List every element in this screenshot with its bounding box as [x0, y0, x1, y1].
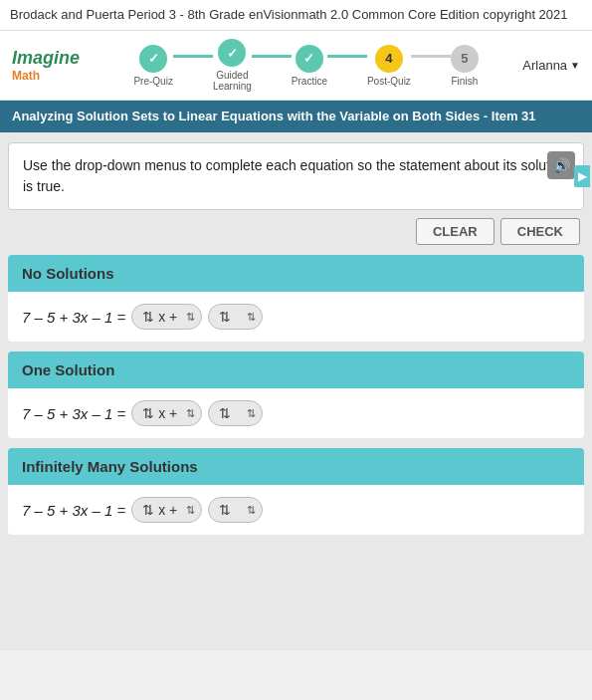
- connector-2-3: [252, 55, 292, 58]
- equation-2: 7 – 5 + 3x – 1 =: [22, 502, 125, 519]
- clear-button[interactable]: CLEAR: [416, 218, 494, 245]
- step-label-2: GuidedLearning: [213, 70, 252, 92]
- step-2: ✓ GuidedLearning: [213, 39, 252, 92]
- section-no-solutions-header: No Solutions: [8, 255, 584, 292]
- top-banner: Brodack and Puerta Period 3 - 8th Grade …: [0, 0, 592, 31]
- section-one-solution-body: 7 – 5 + 3x – 1 = ⇅ x + 1x + 2x + 3x + 4x…: [8, 388, 584, 438]
- section-no-solutions: No Solutions 7 – 5 + 3x – 1 = ⇅ x + 1x +…: [8, 255, 584, 342]
- dropdown2-wrapper-2: ⇅ 1 2 3: [208, 497, 263, 523]
- section-one-solution: One Solution 7 – 5 + 3x – 1 = ⇅ x + 1x +…: [8, 351, 584, 438]
- section-infinitely-many-title: Infinitely Many Solutions: [22, 458, 198, 475]
- dropdown1-2[interactable]: ⇅ x + 1x + 2x + 3x + 4x +: [131, 497, 202, 523]
- scroll-right-indicator: ▶: [574, 165, 590, 187]
- dropdown2-0[interactable]: ⇅ 1 2 3: [208, 304, 263, 330]
- step-1: ✓ Pre-Quiz: [133, 45, 172, 87]
- section-one-solution-header: One Solution: [8, 351, 584, 388]
- dropdown2-1[interactable]: ⇅ 1 2 3: [208, 400, 263, 426]
- progress-steps: ✓ Pre-Quiz ✓ GuidedLearning ✓ Practice: [133, 39, 478, 92]
- step-label-4: Post-Quiz: [367, 76, 411, 87]
- title-bar: Analyzing Solution Sets to Linear Equati…: [0, 101, 592, 132]
- section-one-solution-title: One Solution: [22, 361, 114, 378]
- dropdown1-wrapper-2: ⇅ x + 1x + 2x + 3x + 4x +: [131, 497, 202, 523]
- action-buttons: CLEAR CHECK: [8, 218, 584, 245]
- section-infinitely-many: Infinitely Many Solutions 7 – 5 + 3x – 1…: [8, 448, 584, 535]
- user-area[interactable]: Arlanna ▼: [522, 58, 580, 73]
- instructions-box: Use the drop-down menus to complete each…: [8, 142, 584, 210]
- step-circle-1[interactable]: ✓: [139, 45, 167, 73]
- section-infinitely-many-body: 7 – 5 + 3x – 1 = ⇅ x + 1x + 2x + 3x + 4x…: [8, 485, 584, 535]
- logo-imagine: Imagine: [12, 48, 80, 69]
- dropdown2-wrapper-0: ⇅ 1 2 3: [208, 304, 263, 330]
- connector-1-2: [173, 55, 213, 58]
- dropdown1-wrapper-0: ⇅ x + 1x + 2x + 3x + 4x +: [131, 304, 202, 330]
- dropdown2-wrapper-1: ⇅ 1 2 3: [208, 400, 263, 426]
- dropdown1-1[interactable]: ⇅ x + 1x + 2x + 3x + 4x +: [131, 400, 202, 426]
- step-circle-2[interactable]: ✓: [218, 39, 246, 67]
- step-label-3: Practice: [292, 76, 327, 87]
- dropdown1-wrapper-1: ⇅ x + 1x + 2x + 3x + 4x +: [131, 400, 202, 426]
- step-label-1: Pre-Quiz: [133, 76, 172, 87]
- equation-0: 7 – 5 + 3x – 1 =: [22, 309, 125, 326]
- step-5: 5 Finish: [451, 45, 479, 87]
- section-no-solutions-title: No Solutions: [22, 265, 114, 282]
- step-circle-3[interactable]: ✓: [296, 45, 323, 73]
- step-circle-4[interactable]: 4: [375, 45, 403, 73]
- check-button[interactable]: CHECK: [500, 218, 580, 245]
- step-label-5: Finish: [452, 76, 479, 87]
- step-circle-5[interactable]: 5: [451, 45, 479, 73]
- banner-text: Brodack and Puerta Period 3 - 8th Grade …: [10, 7, 568, 22]
- instructions-container: Use the drop-down menus to complete each…: [8, 142, 584, 210]
- nav-bar: Imagine Math ✓ Pre-Quiz ✓ GuidedLearning: [0, 31, 592, 101]
- user-dropdown-arrow: ▼: [570, 60, 580, 71]
- connector-3-4: [327, 55, 367, 58]
- dropdown2-2[interactable]: ⇅ 1 2 3: [208, 497, 263, 523]
- equation-1: 7 – 5 + 3x – 1 =: [22, 405, 125, 422]
- user-name: Arlanna: [522, 58, 567, 73]
- section-no-solutions-body: 7 – 5 + 3x – 1 = ⇅ x + 1x + 2x + 3x + 4x…: [8, 292, 584, 342]
- title-text: Analyzing Solution Sets to Linear Equati…: [12, 109, 536, 123]
- connector-4-5: [411, 55, 451, 58]
- dropdown1-0[interactable]: ⇅ x + 1x + 2x + 3x + 4x +: [131, 304, 202, 330]
- logo-area: Imagine Math: [12, 48, 80, 83]
- section-infinitely-many-header: Infinitely Many Solutions: [8, 448, 584, 485]
- logo-math: Math: [12, 69, 80, 83]
- step-3: ✓ Practice: [292, 45, 327, 87]
- main-content: Use the drop-down menus to complete each…: [0, 132, 592, 650]
- progress-area: ✓ Pre-Quiz ✓ GuidedLearning ✓ Practice: [99, 39, 512, 92]
- instructions-text: Use the drop-down menus to complete each…: [23, 157, 569, 194]
- app-wrapper: Brodack and Puerta Period 3 - 8th Grade …: [0, 0, 592, 650]
- speaker-button[interactable]: 🔊: [547, 151, 575, 179]
- step-4: 4 Post-Quiz: [367, 45, 411, 87]
